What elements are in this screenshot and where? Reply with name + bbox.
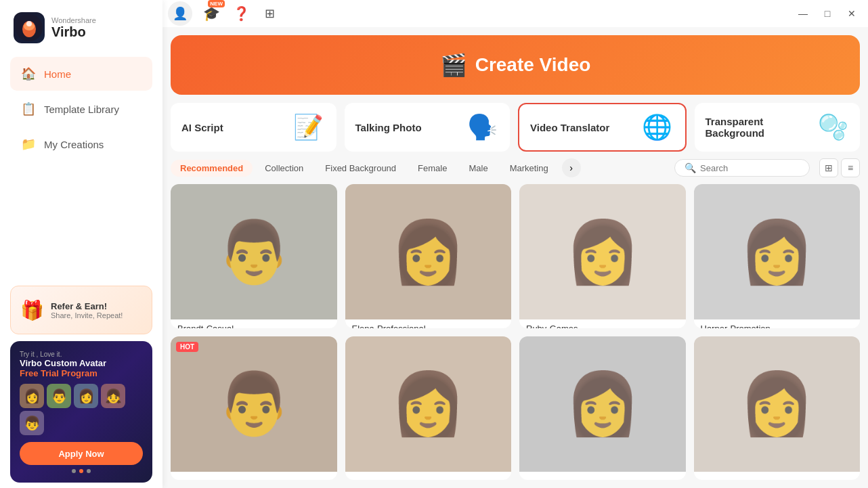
talking-photo-label: Talking Photo <box>355 122 422 133</box>
help-button[interactable]: ❓ <box>230 4 252 23</box>
avatar-card-8[interactable]: 👩 <box>694 336 861 481</box>
avatar-card-1[interactable]: 👨 Brandt-Casual <box>171 184 337 328</box>
avatar-emoji-6: 👩 <box>390 368 466 439</box>
refer-earn-banner[interactable]: 🎁 Refer & Earn! Share, Invite, Repeat! <box>10 286 152 334</box>
dot-3 <box>87 469 91 473</box>
sidebar-promo: 🎁 Refer & Earn! Share, Invite, Repeat! T… <box>10 286 152 483</box>
my-creations-icon: 📁 <box>21 137 36 152</box>
list-view-button[interactable]: ≡ <box>841 158 860 177</box>
filter-tab-marketing[interactable]: Marketing <box>500 160 558 177</box>
home-label: Home <box>44 68 71 80</box>
ai-script-icon: 📝 <box>292 110 326 144</box>
features-row: AI Script 📝Talking Photo 🗣️Video Transla… <box>162 103 868 152</box>
grid-view-button[interactable]: ⊞ <box>819 158 838 177</box>
sidebar: Wondershare Virbo 🏠 Home📋 Template Libra… <box>0 0 162 488</box>
create-video-title: Create Video <box>475 54 591 76</box>
avatar-emoji-7: 👩 <box>565 368 641 439</box>
avatar-card-7[interactable]: 👩 <box>519 336 686 481</box>
refer-text: Refer & Earn! Share, Invite, Repeat! <box>51 301 123 319</box>
feature-card-talking-photo[interactable]: Talking Photo 🗣️ <box>345 103 511 152</box>
search-icon: 🔍 <box>685 162 696 173</box>
user-area: 👤 🎓 NEW ❓ ⊞ <box>168 1 280 26</box>
video-translator-label: Video Translator <box>530 122 609 133</box>
promo-avatar-4: 👧 <box>101 384 125 408</box>
feature-card-transparent-bg[interactable]: Transparent Background 🫧 <box>695 103 861 152</box>
search-input[interactable] <box>700 163 795 173</box>
filter-tab-recommended[interactable]: Recommended <box>171 160 253 177</box>
avatar-card-2[interactable]: 👩 Elena-Professional <box>345 184 512 328</box>
promo-try: Try it , Love it. <box>20 351 143 358</box>
avatar-card-4[interactable]: 👩 Harper-Promotion <box>694 184 861 328</box>
transparent-bg-label: Transparent Background <box>706 116 818 139</box>
promo-dots <box>20 469 143 473</box>
promo-avatar-5: 👦 <box>20 411 44 435</box>
avatar-card-5[interactable]: HOT 👨 <box>171 336 337 481</box>
avatars-grid: 👨 Brandt-Casual 👩 Elena-Professional 👩 R… <box>162 184 868 488</box>
avatar-name-3: Ruby-Games <box>519 319 686 328</box>
titlebar: 👤 🎓 NEW ❓ ⊞ — □ ✕ <box>162 0 868 27</box>
template-library-label: Template Library <box>44 104 119 115</box>
filter-tab-female[interactable]: Female <box>408 160 456 177</box>
promo-avatar-2: 👨 <box>47 384 71 408</box>
maximize-button[interactable]: □ <box>817 4 838 23</box>
avatar-image-8: 👩 <box>694 336 861 472</box>
svg-point-3 <box>26 21 32 26</box>
create-video-banner[interactable]: 🎬 Create Video <box>171 35 860 95</box>
user-avatar-button[interactable]: 👤 <box>168 1 192 26</box>
search-box[interactable]: 🔍 <box>674 159 810 177</box>
avatar-emoji-8: 👩 <box>739 368 815 439</box>
filters-row: RecommendedCollectionFixed BackgroundFem… <box>162 152 868 184</box>
promo-avatar-3: 👩 <box>74 384 98 408</box>
app-logo-icon <box>14 12 45 43</box>
avatar-card-6[interactable]: 👩 <box>345 336 512 481</box>
filter-tabs: RecommendedCollectionFixed BackgroundFem… <box>171 160 558 177</box>
avatar-image-7: 👩 <box>519 336 686 472</box>
talking-photo-icon: 🗣️ <box>465 110 499 144</box>
custom-avatar-promo[interactable]: Try it , Love it. Virbo Custom Avatar Fr… <box>10 341 152 483</box>
avatar-card-3[interactable]: 👩 Ruby-Games <box>519 184 686 328</box>
avatar-name-empty-7 <box>519 472 686 481</box>
sidebar-item-my-creations[interactable]: 📁 My Creations <box>10 127 152 161</box>
main-content: 👤 🎓 NEW ❓ ⊞ — □ ✕ 🎬 Create Video AI Scri… <box>162 0 868 488</box>
sidebar-item-home[interactable]: 🏠 Home <box>10 57 152 91</box>
apply-now-button[interactable]: Apply Now <box>20 442 143 465</box>
logo-area: Wondershare Virbo <box>0 0 162 56</box>
dot-2 <box>79 469 83 473</box>
dot-1 <box>72 469 76 473</box>
new-badge: NEW <box>208 0 225 7</box>
filter-tab-male[interactable]: Male <box>459 160 497 177</box>
gift-button[interactable]: 🎓 NEW <box>199 1 223 26</box>
avatar-name-2: Elena-Professional <box>345 319 512 328</box>
template-library-icon: 📋 <box>21 102 36 116</box>
avatar-name-1: Brandt-Casual <box>171 319 337 328</box>
video-translator-icon: 🌐 <box>641 110 674 144</box>
avatar-emoji-4: 👩 <box>739 217 815 288</box>
refer-title: Refer & Earn! <box>51 301 123 311</box>
avatar-name-empty-5 <box>171 472 337 481</box>
grid-button[interactable]: ⊞ <box>259 4 280 23</box>
avatar-image-4: 👩 <box>694 184 861 319</box>
avatar-image-1: 👨 <box>171 184 337 319</box>
promo-title2: Free Trial Program <box>20 368 143 378</box>
promo-avatar-1: 👩 <box>20 384 44 408</box>
close-button[interactable]: ✕ <box>841 4 863 23</box>
feature-card-ai-script[interactable]: AI Script 📝 <box>171 103 337 152</box>
avatar-image-3: 👩 <box>519 184 686 319</box>
avatar-emoji-1: 👨 <box>216 217 292 288</box>
filter-more-button[interactable]: › <box>562 158 581 177</box>
feature-card-video-translator[interactable]: Video Translator 🌐 <box>518 103 687 152</box>
filter-tab-collection[interactable]: Collection <box>255 160 313 177</box>
logo-brand: Wondershare <box>51 16 96 24</box>
promo-avatars: 👩 👨 👩 👧 👦 <box>20 384 143 435</box>
avatar-name-empty-8 <box>694 472 861 481</box>
avatar-image-5: HOT 👨 <box>171 336 337 472</box>
avatar-name-empty-6 <box>345 472 512 481</box>
filter-tab-fixed-bg[interactable]: Fixed Background <box>316 160 406 177</box>
minimize-button[interactable]: — <box>792 4 814 23</box>
view-buttons: ⊞ ≡ <box>819 158 860 177</box>
create-video-icon: 🎬 <box>440 52 467 78</box>
avatar-emoji-3: 👩 <box>565 217 641 288</box>
sidebar-item-template-library[interactable]: 📋 Template Library <box>10 92 152 126</box>
refer-subtitle: Share, Invite, Repeat! <box>51 311 123 319</box>
avatar-image-2: 👩 <box>345 184 512 319</box>
